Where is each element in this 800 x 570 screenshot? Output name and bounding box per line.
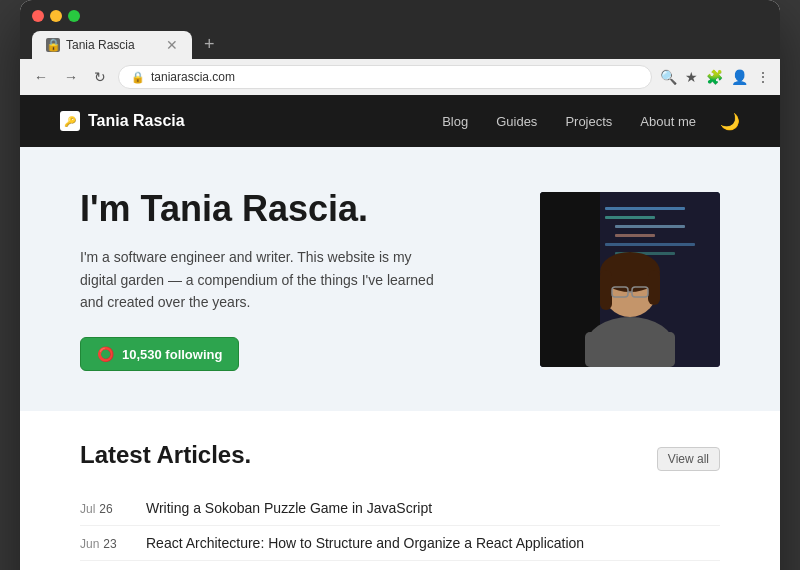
articles-header: Latest Articles. View all xyxy=(80,441,720,471)
maximize-button[interactable] xyxy=(68,10,80,22)
logo-text: Tania Rascia xyxy=(88,112,185,130)
search-icon[interactable]: 🔍 xyxy=(660,69,677,85)
address-text: taniarascia.com xyxy=(151,70,235,84)
articles-section: Latest Articles. View all Jul 26 Writing… xyxy=(20,411,780,570)
article-day: 26 xyxy=(99,502,112,516)
browser-window: 🔒 Tania Rascia ✕ + ← → ↻ 🔒 taniarascia.c… xyxy=(20,0,780,570)
github-follow-label: 10,530 following xyxy=(122,347,222,362)
profile-icon[interactable]: 👤 xyxy=(731,69,748,85)
website-content: 🔑 Tania Rascia Blog Guides Projects Abou… xyxy=(20,95,780,570)
tab-bar: 🔒 Tania Rascia ✕ + xyxy=(32,30,768,59)
extensions-icon[interactable]: 🧩 xyxy=(706,69,723,85)
browser-toolbar: ← → ↻ 🔒 taniarascia.com 🔍 ★ 🧩 👤 ⋮ xyxy=(20,59,780,95)
svg-rect-16 xyxy=(585,332,675,367)
article-date: Jul 26 xyxy=(80,502,130,516)
toolbar-icons: 🔍 ★ 🧩 👤 ⋮ xyxy=(660,69,770,85)
address-bar[interactable]: 🔒 taniarascia.com xyxy=(118,65,652,89)
svg-rect-3 xyxy=(605,216,655,219)
tab-close-icon[interactable]: ✕ xyxy=(166,37,178,53)
article-item[interactable]: Jun 23 React Architecture: How to Struct… xyxy=(80,526,720,561)
nav-blog[interactable]: Blog xyxy=(430,108,480,135)
site-nav: Blog Guides Projects About me 🌙 xyxy=(430,108,740,135)
site-header: 🔑 Tania Rascia Blog Guides Projects Abou… xyxy=(20,95,780,147)
articles-title: Latest Articles. xyxy=(80,441,251,469)
article-item[interactable]: Jun 20 Using OAuth with PKCE Authorizati… xyxy=(80,561,720,570)
browser-tab[interactable]: 🔒 Tania Rascia ✕ xyxy=(32,31,192,59)
back-button[interactable]: ← xyxy=(30,67,52,87)
menu-icon[interactable]: ⋮ xyxy=(756,69,770,85)
article-month: Jul xyxy=(80,502,95,516)
nav-projects[interactable]: Projects xyxy=(553,108,624,135)
nav-guides[interactable]: Guides xyxy=(484,108,549,135)
close-button[interactable] xyxy=(32,10,44,22)
article-list: Jul 26 Writing a Sokoban Puzzle Game in … xyxy=(80,491,720,570)
tab-favicon: 🔒 xyxy=(46,38,60,52)
hero-description: I'm a software engineer and writer. This… xyxy=(80,246,440,313)
tab-title: Tania Rascia xyxy=(66,38,160,52)
forward-button[interactable]: → xyxy=(60,67,82,87)
article-month: Jun xyxy=(80,537,99,551)
minimize-button[interactable] xyxy=(50,10,62,22)
svg-rect-5 xyxy=(615,234,655,237)
article-day: 23 xyxy=(103,537,116,551)
hero-image-placeholder xyxy=(540,192,720,367)
hero-content: I'm Tania Rascia. I'm a software enginee… xyxy=(80,187,440,371)
dark-mode-toggle[interactable]: 🌙 xyxy=(720,112,740,131)
article-item[interactable]: Jul 26 Writing a Sokoban Puzzle Game in … xyxy=(80,491,720,526)
new-tab-button[interactable]: + xyxy=(194,30,225,59)
hero-section: I'm Tania Rascia. I'm a software enginee… xyxy=(20,147,780,411)
hero-title: I'm Tania Rascia. xyxy=(80,187,440,230)
github-icon: ⭕ xyxy=(97,346,114,362)
article-title: Writing a Sokoban Puzzle Game in JavaScr… xyxy=(146,500,432,516)
lock-icon: 🔒 xyxy=(131,71,145,84)
hero-image xyxy=(540,192,720,367)
svg-rect-10 xyxy=(600,270,612,310)
article-title: React Architecture: How to Structure and… xyxy=(146,535,584,551)
svg-rect-11 xyxy=(648,270,660,305)
browser-chrome: 🔒 Tania Rascia ✕ + xyxy=(20,0,780,59)
view-all-button[interactable]: View all xyxy=(657,447,720,471)
svg-rect-4 xyxy=(615,225,685,228)
github-follow-button[interactable]: ⭕ 10,530 following xyxy=(80,337,239,371)
bookmark-icon[interactable]: ★ xyxy=(685,69,698,85)
logo-icon: 🔑 xyxy=(60,111,80,131)
refresh-button[interactable]: ↻ xyxy=(90,67,110,87)
traffic-lights xyxy=(32,10,768,22)
nav-about[interactable]: About me xyxy=(628,108,708,135)
article-date: Jun 23 xyxy=(80,537,130,551)
svg-rect-2 xyxy=(605,207,685,210)
site-logo[interactable]: 🔑 Tania Rascia xyxy=(60,111,185,131)
svg-rect-6 xyxy=(605,243,695,246)
